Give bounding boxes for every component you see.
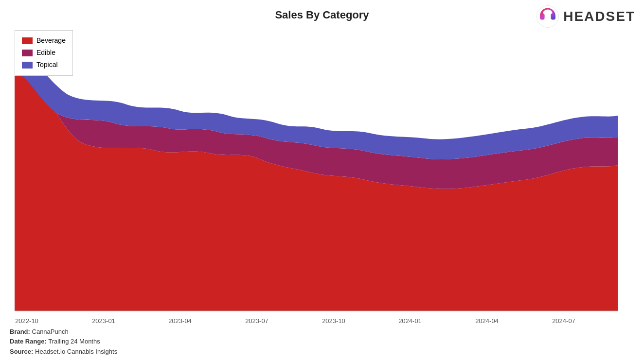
- legend-item-topical: Topical: [22, 59, 66, 71]
- legend-label-edible: Edible: [36, 47, 55, 59]
- source-label: Source:: [10, 348, 33, 355]
- legend-label-topical: Topical: [36, 59, 58, 71]
- date-range-value: Trailing 24 Months: [48, 338, 100, 345]
- chart-container: Sales By Category HEADSET: [0, 0, 644, 361]
- x-label-2023-10: 2023-10: [322, 317, 345, 325]
- legend-color-topical: [22, 62, 33, 69]
- x-label-2024-07: 2024-07: [552, 317, 575, 325]
- legend-item-beverage: Beverage: [22, 34, 66, 47]
- legend-color-beverage: [22, 37, 33, 44]
- footer-source: Source: Headset.io Cannabis Insights: [10, 347, 117, 357]
- chart-legend: Beverage Edible Topical: [15, 30, 73, 76]
- source-value: Headset.io Cannabis Insights: [35, 348, 117, 355]
- x-label-2023-01: 2023-01: [92, 317, 115, 325]
- x-label-2024-01: 2024-01: [398, 317, 422, 325]
- x-label-2023-04: 2023-04: [168, 317, 192, 325]
- x-label-2023-07: 2023-07: [245, 317, 268, 325]
- footer-date-range: Date Range: Trailing 24 Months: [10, 337, 117, 347]
- brand-label: Brand:: [10, 328, 30, 335]
- footer-brand: Brand: CannaPunch: [10, 327, 117, 337]
- date-range-label: Date Range:: [10, 338, 47, 345]
- legend-label-beverage: Beverage: [36, 34, 66, 47]
- brand-value: CannaPunch: [32, 328, 69, 335]
- x-label-2022-10: 2022-10: [15, 317, 38, 325]
- chart-svg: 2022-10 2023-01 2023-04 2023-07 2023-10 …: [0, 0, 644, 361]
- legend-item-edible: Edible: [22, 47, 66, 59]
- legend-color-edible: [22, 50, 33, 56]
- footer-area: Brand: CannaPunch Date Range: Trailing 2…: [10, 327, 117, 357]
- x-label-2024-04: 2024-04: [475, 317, 499, 325]
